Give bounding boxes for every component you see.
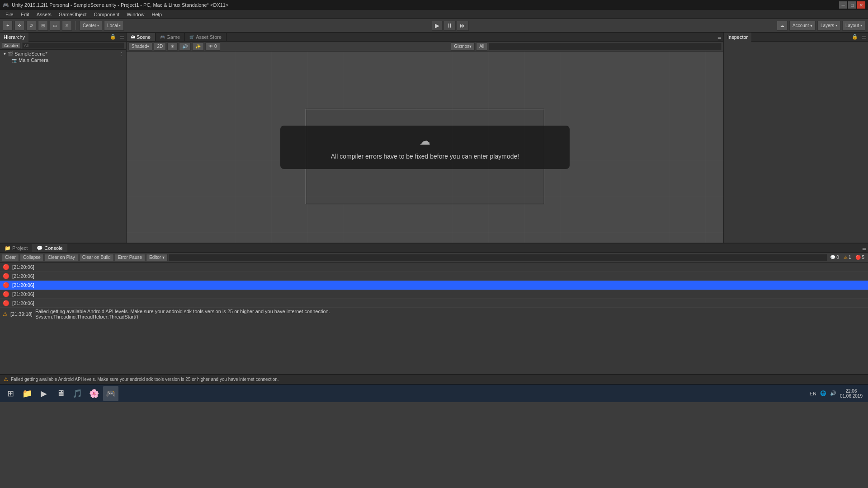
scale-tool-button[interactable]: ⊞ xyxy=(38,21,48,31)
audio-button[interactable]: 🔊 xyxy=(179,42,191,51)
console-row-time: [21:20:06] xyxy=(12,300,34,306)
project-tab-label: Project xyxy=(12,245,28,251)
hierarchy-search-input[interactable] xyxy=(22,42,124,49)
viewport-canvas[interactable]: ☁ All compiler errors have to be fixed b… xyxy=(127,52,723,243)
rotate-tool-button[interactable]: ↺ xyxy=(26,21,36,31)
console-tab[interactable]: 💬 Console xyxy=(32,244,67,252)
center-button[interactable]: Center ▾ xyxy=(80,21,102,31)
unity-icon: 🎮 xyxy=(106,389,116,399)
collapse-button[interactable]: Collapse xyxy=(20,254,44,261)
scene-tab[interactable]: 🏔 Scene xyxy=(127,33,156,41)
close-button[interactable]: ✕ xyxy=(857,1,865,9)
console-row[interactable]: 🔴 [21:20:06] xyxy=(0,263,868,272)
network-icon: 🌐 xyxy=(820,390,826,396)
step-button[interactable]: ⏭ xyxy=(457,21,469,31)
game-tab[interactable]: 🎮 Game xyxy=(156,33,185,41)
editor-dropdown[interactable]: Editor ▾ xyxy=(146,254,168,261)
local-button[interactable]: Local ▾ xyxy=(104,21,124,31)
all-label: All xyxy=(479,44,484,49)
maximize-button[interactable]: □ xyxy=(848,1,856,9)
menu-edit[interactable]: Edit xyxy=(17,10,33,19)
play-button[interactable]: ▶ xyxy=(432,21,443,31)
inspector-menu-icon[interactable]: ☰ xyxy=(860,34,868,40)
error-row-icon: 🔴 xyxy=(3,273,9,279)
menu-window[interactable]: Window xyxy=(123,10,148,19)
console-toolbar: Clear Collapse Clear on Play Clear on Bu… xyxy=(0,253,868,263)
camera-name: Main Camera xyxy=(19,57,48,63)
layout-dropdown[interactable]: Layout ▾ xyxy=(842,21,865,31)
viewport-search-input[interactable] xyxy=(489,43,722,50)
asset-store-tab[interactable]: 🛒 Asset Store xyxy=(185,33,226,41)
menu-file[interactable]: File xyxy=(2,10,17,19)
menu-help[interactable]: Help xyxy=(148,10,165,19)
clear-on-build-button[interactable]: Clear on Build xyxy=(79,254,114,261)
shading-mode-dropdown[interactable]: Shaded▾ xyxy=(128,42,152,51)
media-player-button[interactable]: ▶ xyxy=(36,386,52,401)
gizmos-label: Gizmos xyxy=(454,44,469,49)
hierarchy-create-button[interactable]: Create▾ xyxy=(2,42,21,49)
scene-icon: 🎬 xyxy=(8,52,13,56)
2d-button[interactable]: 2D xyxy=(154,42,166,51)
layers-dropdown[interactable]: Layers ▾ xyxy=(817,21,840,31)
menu-bar: File Edit Assets GameObject Component Wi… xyxy=(0,10,868,19)
bottom-menu-icon[interactable]: ☰ xyxy=(860,247,868,252)
log-count-badge: 💬 0 xyxy=(828,255,841,260)
project-tab[interactable]: 📁 Project xyxy=(0,244,32,252)
file-explorer-button[interactable]: 📁 xyxy=(19,386,35,401)
game-tab-icon: 🎮 xyxy=(160,35,165,39)
menu-gameobject[interactable]: GameObject xyxy=(55,10,90,19)
music-button[interactable]: 🎵 xyxy=(70,386,85,401)
lighting-button[interactable]: ☀ xyxy=(167,42,178,51)
transform-tool-button[interactable]: ✕ xyxy=(62,21,72,31)
hand-tool-button[interactable]: ✦ xyxy=(3,21,13,31)
error-pause-button[interactable]: Error Pause xyxy=(115,254,145,261)
console-row-warning[interactable]: ⚠ [21:39:18] Failed getting available An… xyxy=(0,308,868,319)
move-tool-button[interactable]: ✛ xyxy=(14,21,24,31)
hierarchy-menu-icon[interactable]: ☰ xyxy=(118,34,126,40)
minimize-button[interactable]: ─ xyxy=(839,1,847,9)
console-row[interactable]: 🔴 [21:20:06] xyxy=(0,272,868,281)
rect-tool-button[interactable]: ▭ xyxy=(50,21,60,31)
cloud-button[interactable]: ☁ xyxy=(777,21,788,31)
layers-search-button[interactable]: All xyxy=(476,42,487,51)
error-row-icon: 🔴 xyxy=(3,282,9,288)
store-button[interactable]: 🖥 xyxy=(53,386,68,401)
taskbar: ⊞ 📁 ▶ 🖥 🎵 🌸 🎮 EN 🌐 🔊 22:06 01.06.2019 xyxy=(0,384,868,402)
windows-icon: ⊞ xyxy=(7,389,14,399)
unity-button[interactable]: 🎮 xyxy=(103,386,118,401)
warn-count-badge: ⚠ 1 xyxy=(842,255,853,260)
pause-button[interactable]: ⏸ xyxy=(443,21,456,31)
console-tab-label: Console xyxy=(44,245,62,251)
effects-button[interactable]: ✨ xyxy=(192,42,204,51)
start-button[interactable]: ⊞ xyxy=(3,386,18,401)
menu-component[interactable]: Component xyxy=(90,10,123,19)
clear-on-play-button[interactable]: Clear on Play xyxy=(45,254,78,261)
console-search-input[interactable] xyxy=(169,254,827,261)
scene-name: SampleScene* xyxy=(14,51,47,56)
hide-button[interactable]: 👁 0 xyxy=(205,42,220,51)
scene-options-icon[interactable]: ⋮ xyxy=(119,52,123,56)
viewport-menu-icon[interactable]: ☰ xyxy=(716,36,723,41)
console-row-time: [21:20:06] xyxy=(12,291,34,297)
inspector-tab[interactable]: Inspector xyxy=(724,33,751,42)
shading-mode-label: Shaded xyxy=(132,44,147,49)
system-tray: EN 🌐 🔊 22:06 01.06.2019 xyxy=(810,389,865,399)
gizmos-button[interactable]: Gizmos▾ xyxy=(451,42,475,51)
app1-button[interactable]: 🌸 xyxy=(86,386,102,401)
menu-assets[interactable]: Assets xyxy=(33,10,55,19)
camera-item[interactable]: 📷 Main Camera xyxy=(1,57,125,63)
account-dropdown[interactable]: Account ▾ xyxy=(789,21,816,31)
console-row-selected[interactable]: 🔴 [21:20:06] xyxy=(0,281,868,290)
console-row[interactable]: 🔴 [21:20:06] xyxy=(0,299,868,308)
console-log-list: 🔴 [21:20:06] 🔴 [21:20:06] 🔴 [21:20:06] 🔴… xyxy=(0,263,868,319)
console-row[interactable]: 🔴 [21:20:06] xyxy=(0,290,868,299)
hierarchy-tab[interactable]: Hierarchy xyxy=(0,33,28,42)
volume-icon: 🔊 xyxy=(830,390,836,396)
expand-arrow-icon: ▼ xyxy=(3,52,7,56)
inspector-lock-icon[interactable]: 🔒 xyxy=(850,34,860,40)
hierarchy-panel: Hierarchy 🔒 ☰ Create▾ ▼ 🎬 SampleScene* ⋮… xyxy=(0,33,127,243)
clear-button[interactable]: Clear xyxy=(2,254,19,261)
asset-store-tab-label: Asset Store xyxy=(196,34,222,40)
hierarchy-lock-icon[interactable]: 🔒 xyxy=(108,34,118,40)
scene-item[interactable]: ▼ 🎬 SampleScene* ⋮ xyxy=(1,51,125,57)
